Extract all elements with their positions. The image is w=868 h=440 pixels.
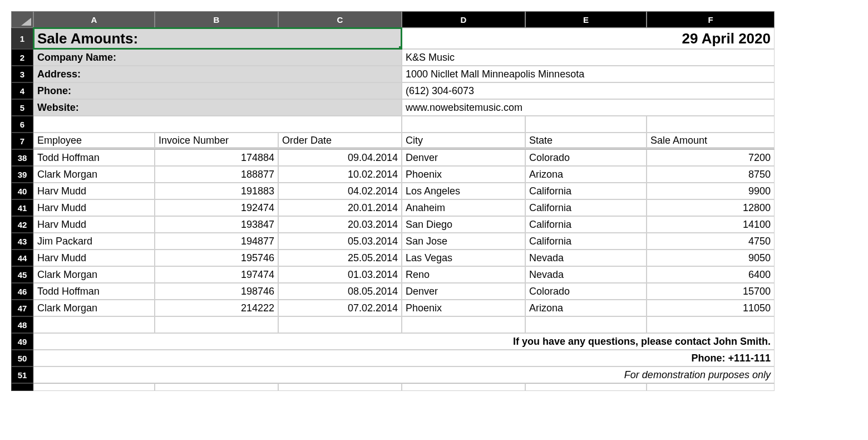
row-header-7[interactable]: 7 [11,133,33,149]
footer-text-0[interactable]: If you have any questions, please contac… [33,333,775,350]
header-amount[interactable]: Sale Amount [647,133,775,149]
cell-amount[interactable]: 6400 [647,266,775,283]
cell-amount[interactable]: 15700 [647,283,775,300]
cell-state[interactable]: Arizona [525,166,647,183]
row-header-6[interactable]: 6 [11,116,33,133]
cell-amount[interactable]: 12800 [647,199,775,216]
cell-employee[interactable]: Harv Mudd [33,199,155,216]
cell-invoice[interactable]: 195746 [155,250,278,266]
row-header-1[interactable]: 1 [11,28,33,49]
cell-city[interactable]: Reno [402,266,525,283]
cell-A52[interactable] [33,383,155,391]
cell-E48[interactable] [525,316,647,333]
cell-invoice[interactable]: 193847 [155,216,278,233]
cell-employee[interactable]: Clark Morgan [33,166,155,183]
header-state[interactable]: State [525,133,647,149]
cell-invoice[interactable]: 192474 [155,199,278,216]
row-header-4[interactable]: 4 [11,82,33,99]
header-employee[interactable]: Employee [33,133,155,149]
cell-city[interactable]: Phoenix [402,300,525,316]
row-header-2[interactable]: 2 [11,49,33,66]
cell-order[interactable]: 05.03.2014 [278,233,402,250]
cell-D48[interactable] [402,316,525,333]
cell-city[interactable]: Phoenix [402,166,525,183]
row-header-46[interactable]: 46 [11,283,33,300]
cell-amount[interactable]: 4750 [647,233,775,250]
row-header-48[interactable]: 48 [11,316,33,333]
row-header-3[interactable]: 3 [11,66,33,82]
cell-city[interactable]: Anaheim [402,199,525,216]
row-header-42[interactable]: 42 [11,216,33,233]
cell-city[interactable]: Denver [402,149,525,166]
info-label-2[interactable]: Phone: [33,82,402,99]
info-value-0[interactable]: K&S Music [402,49,775,66]
col-header-C[interactable]: C [278,11,402,28]
cell-amount[interactable]: 9050 [647,250,775,266]
row-header-52[interactable] [11,383,33,391]
cell-invoice[interactable]: 191883 [155,183,278,199]
cell-order[interactable]: 20.03.2014 [278,216,402,233]
cell-employee[interactable]: Todd Hoffman [33,283,155,300]
footer-text-2[interactable]: For demonstration purposes only [33,366,775,383]
cell-state[interactable]: California [525,233,647,250]
cell-order[interactable]: 09.04.2014 [278,149,402,166]
header-order[interactable]: Order Date [278,133,402,149]
row-header-50[interactable]: 50 [11,350,33,366]
row-header-41[interactable]: 41 [11,199,33,216]
cell-order[interactable]: 04.02.2014 [278,183,402,199]
header-invoice[interactable]: Invoice Number [155,133,278,149]
cell-state[interactable]: Colorado [525,149,647,166]
select-all-corner[interactable] [11,11,33,28]
cell-F6[interactable] [647,116,775,133]
cell-employee[interactable]: Clark Morgan [33,300,155,316]
cell-city[interactable]: San Jose [402,233,525,250]
cell-order[interactable]: 08.05.2014 [278,283,402,300]
cell-D6[interactable] [402,116,525,133]
row-header-38[interactable]: 38 [11,149,33,166]
cell-state[interactable]: California [525,216,647,233]
row-header-49[interactable]: 49 [11,333,33,350]
cell-F52[interactable] [647,383,775,391]
spreadsheet[interactable]: A B C D E F 1 Sale Amounts: 29 April 202… [11,11,775,391]
row-header-47[interactable]: 47 [11,300,33,316]
cell-city[interactable]: San Diego [402,216,525,233]
footer-text-1[interactable]: Phone: +111-111 [33,350,775,366]
cell-C52[interactable] [278,383,402,391]
cell-employee[interactable]: Harv Mudd [33,216,155,233]
info-value-1[interactable]: 1000 Nicllet Mall Minneapolis Minnesota [402,66,775,82]
cell-amount[interactable]: 7200 [647,149,775,166]
cell-state[interactable]: California [525,183,647,199]
cell-B52[interactable] [155,383,278,391]
row-header-39[interactable]: 39 [11,166,33,183]
header-city[interactable]: City [402,133,525,149]
cell-C48[interactable] [278,316,402,333]
info-label-1[interactable]: Address: [33,66,402,82]
cell-state[interactable]: Colorado [525,283,647,300]
cell-F48[interactable] [647,316,775,333]
info-value-3[interactable]: www.nowebsitemusic.com [402,99,775,116]
cell-state[interactable]: Nevada [525,266,647,283]
cell-state[interactable]: Nevada [525,250,647,266]
cell-amount[interactable]: 11050 [647,300,775,316]
cell-employee[interactable]: Clark Morgan [33,266,155,283]
row-header-44[interactable]: 44 [11,250,33,266]
cell-city[interactable]: Las Vegas [402,250,525,266]
cell-employee[interactable]: Harv Mudd [33,183,155,199]
cell-order[interactable]: 01.03.2014 [278,266,402,283]
cell-D52[interactable] [402,383,525,391]
cell-title[interactable]: Sale Amounts: [33,28,402,49]
cell-order[interactable]: 25.05.2014 [278,250,402,266]
cell-employee[interactable]: Jim Packard [33,233,155,250]
cell-invoice[interactable]: 174884 [155,149,278,166]
info-value-2[interactable]: (612) 304-6073 [402,82,775,99]
row-header-51[interactable]: 51 [11,366,33,383]
row-header-40[interactable]: 40 [11,183,33,199]
cell-date[interactable]: 29 April 2020 [402,28,775,49]
row-header-5[interactable]: 5 [11,99,33,116]
cell-amount[interactable]: 9900 [647,183,775,199]
col-header-B[interactable]: B [155,11,278,28]
col-header-F[interactable]: F [647,11,775,28]
cell-amount[interactable]: 8750 [647,166,775,183]
cell-order[interactable]: 20.01.2014 [278,199,402,216]
row-header-43[interactable]: 43 [11,233,33,250]
